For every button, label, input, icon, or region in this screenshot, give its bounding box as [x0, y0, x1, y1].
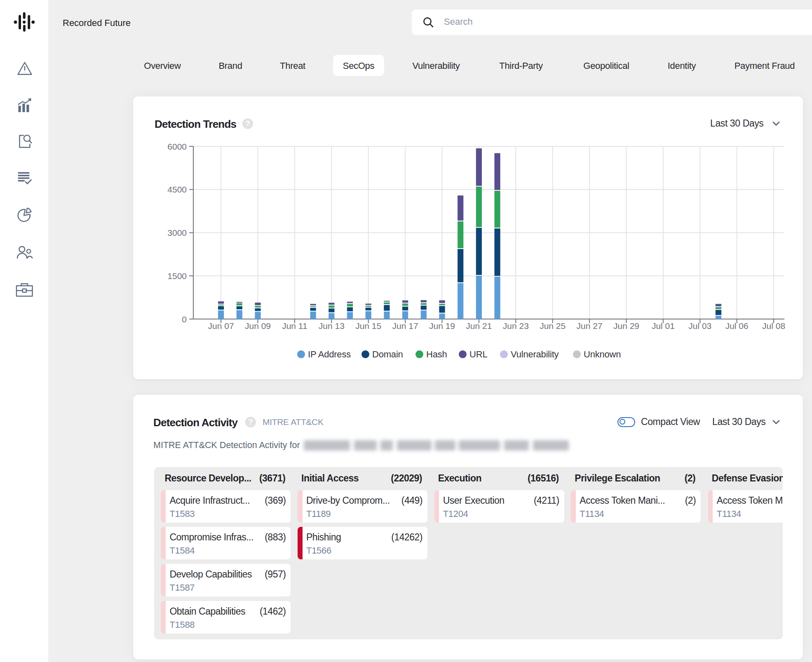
svg-text:3000: 3000	[167, 228, 187, 237]
svg-text:Jun 19: Jun 19	[429, 321, 455, 331]
svg-text:Jul 01: Jul 01	[652, 321, 675, 331]
svg-text:Jun 21: Jun 21	[466, 321, 492, 331]
svg-text:Jun 15: Jun 15	[355, 321, 381, 331]
svg-text:6000: 6000	[167, 142, 187, 151]
svg-text:Jul 06: Jul 06	[725, 321, 749, 331]
svg-text:Jun 27: Jun 27	[577, 321, 603, 331]
svg-text:Jun 07: Jun 07	[208, 321, 234, 331]
svg-text:4500: 4500	[167, 185, 187, 194]
svg-text:Jun 11: Jun 11	[282, 321, 307, 331]
svg-text:0: 0	[182, 315, 187, 324]
svg-text:1500: 1500	[167, 271, 187, 281]
svg-text:Jun 13: Jun 13	[319, 321, 345, 331]
svg-text:Jun 25: Jun 25	[540, 321, 566, 331]
svg-text:Jul 08: Jul 08	[762, 321, 785, 331]
svg-text:Jun 23: Jun 23	[503, 321, 529, 331]
svg-text:Jun 17: Jun 17	[392, 321, 418, 331]
svg-text:Jun 09: Jun 09	[245, 321, 271, 331]
svg-text:Jun 29: Jun 29	[613, 321, 639, 331]
svg-text:Jul 03: Jul 03	[688, 321, 711, 331]
